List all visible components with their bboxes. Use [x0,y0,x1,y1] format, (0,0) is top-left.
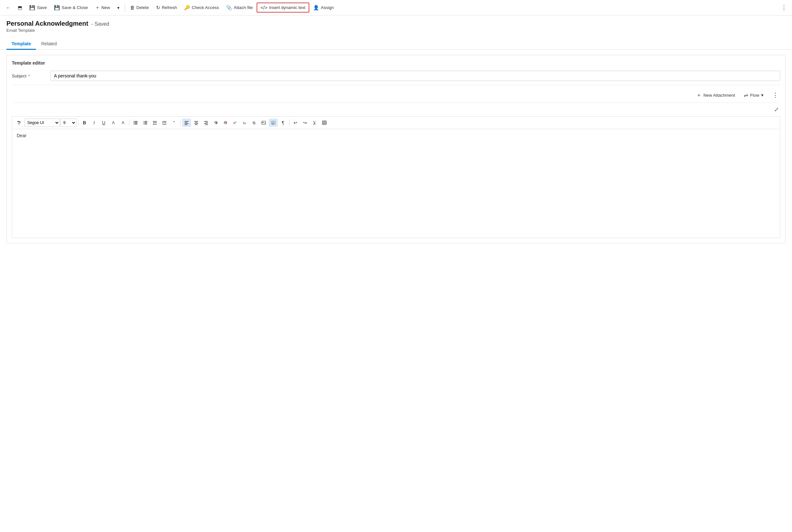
refresh-button[interactable]: ↻ Refresh [153,3,180,12]
save-close-label: Save & Close [62,5,88,10]
page-header: Personal Acknowledgment - Saved Email Te… [0,15,792,33]
save-button[interactable]: 💾 Save [26,3,50,12]
editor-more-button[interactable]: ⋮ [771,90,780,100]
save-icon: 💾 [29,5,35,11]
rte-highlight-button[interactable]: A [109,118,118,127]
svg-rect-18 [164,122,166,123]
share-button[interactable]: ⬒ [15,3,25,12]
svg-rect-4 [134,124,134,124]
svg-rect-26 [194,124,198,124]
attach-file-button[interactable]: 📎 Attach file [223,3,256,12]
back-icon: ← [6,5,11,10]
rte-bold-button[interactable]: B [80,118,89,127]
svg-rect-29 [205,122,208,123]
svg-rect-20 [185,121,189,122]
check-access-icon: 🔑 [184,5,190,11]
chevron-down-icon: ▾ [117,5,119,10]
rte-align-left-button[interactable] [182,118,191,127]
svg-rect-16 [162,121,166,122]
svg-rect-25 [195,122,197,123]
rte-strikethrough-button[interactable]: S [250,118,258,127]
rte-format-brush[interactable] [15,118,24,127]
new-dropdown-button[interactable]: ▾ [114,3,123,12]
rte-remove-link-button[interactable] [221,118,230,127]
new-button[interactable]: ＋ New [92,3,113,12]
rte-divider-4 [289,119,289,126]
rte-numbering-button[interactable]: 1.2.3. [141,118,150,127]
required-indicator: * [28,74,30,78]
share-icon: ⬒ [18,5,22,11]
rte-font-color-button[interactable]: A [118,118,128,127]
svg-rect-3 [135,122,137,123]
svg-rect-7 [144,121,147,122]
flow-button[interactable]: ⇌ Flow ▾ [742,91,765,100]
save-close-icon: 💾 [54,5,60,11]
rte-divider-1 [78,119,78,126]
check-access-button[interactable]: 🔑 Check Access [181,3,222,12]
svg-rect-31 [205,125,208,125]
svg-marker-17 [162,122,164,124]
subject-row: Subject * [12,71,780,81]
flow-label: Flow [750,93,759,98]
page-title-row: Personal Acknowledgment - Saved [6,20,786,27]
rte-italic-button[interactable]: I [90,118,99,127]
expand-area: ⤢ [12,103,780,116]
assign-button[interactable]: 👤 Assign [310,3,337,12]
expand-button[interactable]: ⤢ [773,105,780,114]
rte-insert-image-button[interactable] [259,118,268,127]
delete-icon: 🗑 [130,5,135,10]
new-label: New [101,5,110,10]
rte-superscript-button[interactable]: x² [230,118,239,127]
rte-table-button[interactable] [320,118,329,127]
rte-toolbar: Segoe UI 9 B I U A A 1.2.3. [12,116,780,129]
rte-content-area[interactable]: Dear [12,129,780,238]
rte-underline-button[interactable]: U [99,118,108,127]
flow-chevron-icon: ▾ [761,93,764,98]
page-subtitle: Email Template [6,28,786,33]
rte-bullets-button[interactable] [131,118,140,127]
svg-rect-19 [162,124,166,125]
back-button[interactable]: ← [3,3,14,12]
svg-rect-5 [135,124,137,124]
svg-rect-14 [154,122,157,123]
svg-text:{}: {} [272,122,274,125]
rte-redo-button[interactable]: ↪ [301,118,310,127]
svg-rect-11 [144,124,147,124]
editor-card: Template editor Subject * ＋ New Attachme… [6,55,786,244]
divider-1 [12,85,780,85]
rte-decrease-indent-button[interactable] [150,118,159,127]
tab-related[interactable]: Related [36,39,62,50]
rte-subscript-button[interactable]: x₂ [240,118,249,127]
save-close-button[interactable]: 💾 Save & Close [51,3,91,12]
refresh-icon: ↻ [156,5,160,11]
attach-file-icon: 📎 [226,5,232,11]
svg-rect-15 [153,124,157,125]
rte-increase-indent-button[interactable] [160,118,169,127]
rte-field-button[interactable]: {} [269,118,278,127]
subject-input[interactable] [51,71,780,81]
rte-paragraph-marks-button[interactable]: ¶ [278,118,287,127]
svg-rect-23 [185,125,187,125]
delete-button[interactable]: 🗑 Delete [127,3,152,12]
rte-divider-3 [180,119,180,126]
check-access-label: Check Access [192,5,219,10]
tab-template[interactable]: Template [6,39,36,50]
rte-insert-link-button[interactable] [211,118,220,127]
rte-undo-button[interactable]: ↩ [291,118,300,127]
tabs-bar: Template Related [0,35,792,50]
attachment-bar: ＋ New Attachment ⇌ Flow ▾ ⋮ [12,88,780,103]
svg-rect-24 [194,121,198,122]
rte-clear-format-button[interactable] [310,118,319,127]
attach-file-label: Attach file [234,5,253,10]
rte-align-center-button[interactable] [192,118,201,127]
font-size-select[interactable]: 9 [60,118,76,127]
rte-align-right-button[interactable] [201,118,210,127]
rte-blockquote-button[interactable]: " [170,118,178,127]
font-family-select[interactable]: Segoe UI [24,118,60,127]
insert-dynamic-text-button[interactable]: </> Insert dynamic text [257,3,309,13]
toolbar-more-button[interactable]: ⋮ [778,3,789,13]
svg-text:3.: 3. [143,123,144,125]
refresh-label: Refresh [162,5,177,10]
new-attachment-button[interactable]: ＋ New Attachment [694,91,737,100]
saved-status: - Saved [92,21,109,27]
